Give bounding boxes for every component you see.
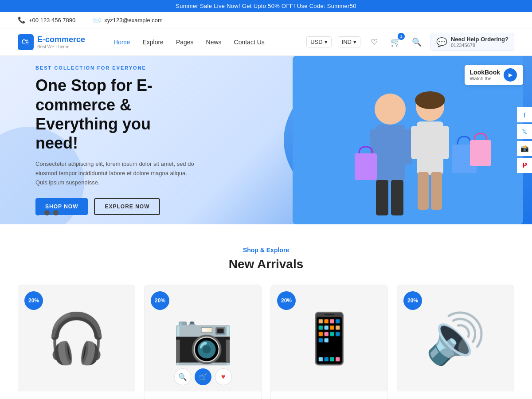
nav-news[interactable]: News [200, 35, 228, 49]
nav-explore[interactable]: Explore [136, 35, 169, 49]
hero-buttons: SHOP NOW EXPLORE NOW [35, 198, 195, 215]
currency-selector[interactable]: USD ▾ [306, 36, 331, 47]
quick-view-button[interactable]: 🔍 [174, 368, 191, 385]
nav-pages[interactable]: Pages [170, 35, 200, 49]
product-info: Product Tittle Here $99.00 $80.00 [18, 391, 135, 399]
svg-rect-11 [418, 172, 429, 210]
country-selector[interactable]: IND ▾ [338, 36, 360, 47]
lookbook-button[interactable]: LookBook Watch the ▶ [465, 65, 523, 85]
top-bar-message: Summer Sale Live Now! Get Upto 50% OFF! … [176, 3, 356, 9]
svg-rect-15 [470, 140, 491, 166]
chat-icon: 💬 [436, 37, 447, 47]
currency-label: USD [310, 39, 322, 45]
svg-rect-9 [411, 126, 419, 159]
svg-point-1 [375, 94, 406, 125]
svg-rect-6 [391, 180, 403, 215]
contact-bar: 📞 +00 123 456 7890 ✉️ xyz123@example.com [0, 12, 532, 28]
product-actions: 🔍 🛒 ♥ [174, 368, 232, 385]
section-title: New Arrivals [18, 257, 514, 271]
svg-rect-10 [441, 126, 449, 159]
product-info: Product Tittle Here $99.00 $80.00 [271, 391, 387, 399]
product-card: 20% 📷 🔍 🛒 ♥ Product Tittle Here $99.00 $… [144, 285, 262, 399]
product-badge: 20% [403, 291, 422, 310]
product-card: 20% 🔊 Product Tittle Here $99.00 $80.00 [397, 285, 514, 399]
logo[interactable]: 🛍 E-commerce Best WP Theme [18, 34, 85, 50]
heart-icon: ♡ [371, 37, 378, 47]
header: 🛍 E-commerce Best WP Theme Home Explore … [0, 28, 532, 56]
section-subtitle: Shop & Explore [18, 246, 514, 254]
logo-title: E-commerce [37, 35, 85, 44]
hero-banner: BEST COLLECTION FOR EVERYONE One Stop fo… [0, 56, 532, 224]
product-badge: 20% [277, 291, 296, 310]
logo-subtitle: Best WP Theme [37, 44, 85, 49]
product-image: 20% 📱 [271, 285, 387, 391]
product-info: Product Tittle Here $99.00 $80.00 [397, 391, 514, 399]
pinterest-button[interactable]: 𝗣 [517, 158, 532, 173]
logo-icon: 🛍 [18, 34, 34, 50]
svg-rect-8 [417, 121, 443, 175]
product-badge: 20% [24, 291, 43, 310]
play-button[interactable]: ▶ [504, 68, 517, 82]
dot-1[interactable] [35, 210, 41, 215]
country-label: IND [342, 39, 352, 45]
add-to-wishlist-button[interactable]: ♥ [215, 368, 232, 385]
phone-icon: 📞 [18, 16, 25, 23]
svg-point-16 [415, 91, 445, 109]
email-icon: ✉️ [93, 16, 101, 23]
svg-rect-5 [376, 180, 388, 215]
hero-tag: BEST COLLECTION FOR EVERYONE [35, 65, 195, 70]
hero-content: BEST COLLECTION FOR EVERYONE One Stop fo… [0, 65, 231, 215]
phone-contact: 📞 +00 123 456 7890 [18, 16, 75, 23]
cart-button[interactable]: 🛒 1 [388, 35, 403, 50]
help-text: Need Help Ordering? 012345678 [451, 36, 509, 48]
svg-rect-2 [376, 125, 405, 182]
product-image: 20% 📷 🔍 🛒 ♥ [145, 285, 261, 391]
help-title: Need Help Ordering? [451, 36, 509, 43]
email-contact: ✉️ xyz123@example.com [93, 16, 163, 23]
nav-contact[interactable]: Contact Us [228, 35, 271, 49]
main-nav: Home Explore Pages News Contact Us [107, 35, 297, 49]
products-grid: 20% 🎧 Product Tittle Here $99.00 $80.00 … [18, 285, 514, 399]
product-icon: 🔊 [425, 310, 486, 367]
currency-chevron: ▾ [325, 39, 328, 45]
country-chevron: ▾ [353, 39, 356, 45]
hero-desc: Consectetur adipiscing elit, lorem ipsum… [35, 160, 195, 187]
top-bar: Summer Sale Live Now! Get Upto 50% OFF! … [0, 0, 532, 12]
header-right: USD ▾ IND ▾ ♡ 🛒 1 🔍 💬 Need Help Ordering… [306, 33, 514, 51]
product-badge: 20% [151, 291, 169, 310]
help-phone: 012345678 [451, 43, 509, 48]
product-icon: 📱 [299, 310, 360, 367]
logo-text: E-commerce Best WP Theme [37, 35, 85, 49]
svg-rect-13 [355, 153, 377, 180]
twitter-button[interactable]: 𝕏 [517, 124, 532, 139]
product-image: 20% 🎧 [18, 285, 135, 391]
help-section[interactable]: 💬 Need Help Ordering? 012345678 [430, 33, 514, 51]
products-section: Shop & Explore New Arrivals 20% 🎧 Produc… [0, 224, 532, 399]
hero-section: BEST COLLECTION FOR EVERYONE One Stop fo… [0, 56, 532, 224]
lookbook-text: LookBook Watch the [470, 69, 500, 81]
svg-rect-12 [431, 172, 442, 210]
lookbook-title: LookBook [470, 69, 500, 76]
search-button[interactable]: 🔍 [409, 35, 424, 50]
instagram-button[interactable]: 📸 [517, 141, 532, 156]
wishlist-button[interactable]: ♡ [367, 35, 382, 50]
section-header: Shop & Explore New Arrivals [18, 246, 514, 271]
product-info: Product Tittle Here $99.00 $80.00 [145, 391, 261, 399]
lookbook-subtitle: Watch the [470, 76, 500, 81]
slider-dots [35, 210, 59, 215]
cart-badge: 1 [398, 33, 405, 40]
product-card: 20% 📱 Product Tittle Here $99.00 $80.00 [270, 285, 388, 399]
email-address: xyz123@example.com [104, 17, 163, 23]
product-icon: 🎧 [46, 310, 107, 367]
product-card: 20% 🎧 Product Tittle Here $99.00 $80.00 [18, 285, 135, 399]
explore-now-button[interactable]: EXPLORE NOW [94, 198, 160, 215]
phone-number: +00 123 456 7890 [29, 17, 75, 23]
social-sidebar: f 𝕏 📸 𝗣 [517, 107, 532, 173]
facebook-button[interactable]: f [517, 107, 532, 122]
add-to-cart-button[interactable]: 🛒 [195, 368, 211, 385]
nav-home[interactable]: Home [107, 35, 136, 49]
hero-title: One Stop for E-commerce & Everything you… [35, 76, 195, 153]
product-image: 20% 🔊 [397, 285, 514, 391]
dot-3[interactable] [53, 210, 59, 215]
dot-2[interactable] [44, 210, 50, 215]
